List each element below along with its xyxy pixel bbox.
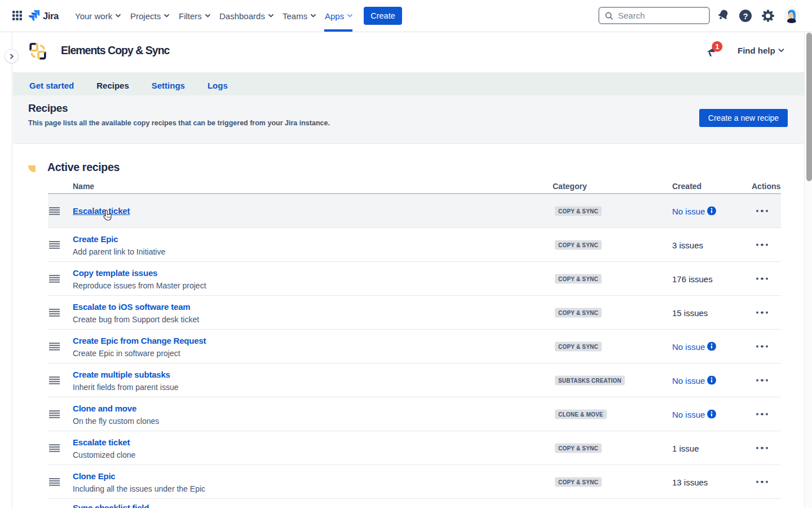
svg-text:?: ? — [743, 11, 748, 21]
svg-text:1: 1 — [715, 43, 719, 51]
